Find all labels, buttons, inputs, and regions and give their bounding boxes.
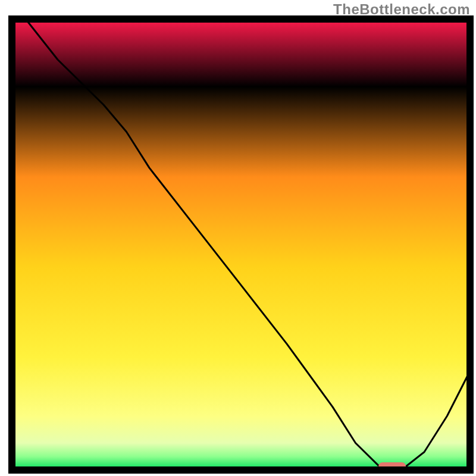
gradient-background: [12, 19, 470, 470]
bottleneck-chart: [0, 0, 476, 476]
chart-container: TheBottleneck.com: [0, 0, 476, 476]
watermark-text: TheBottleneck.com: [333, 1, 470, 18]
